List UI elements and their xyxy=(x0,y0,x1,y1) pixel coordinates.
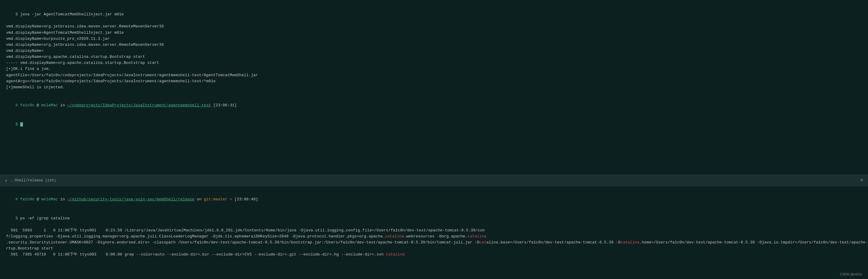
output-11: [+]memeShell is injected. xyxy=(6,84,862,91)
top-dollar: $ xyxy=(16,122,20,127)
line2-mid: .webresources -Dorg.apache. xyxy=(404,234,467,239)
terminal-bottom-panel: # fa1c0n @ moleMac in ~/github/security-… xyxy=(0,186,868,279)
pid-line-5: 501 7385 49710 0 11:08下午 ttys003 0:00.00… xyxy=(6,252,862,257)
bottom-prompt-branch: git:master xyxy=(204,197,227,202)
cursor-top xyxy=(20,122,23,127)
line3-cat2: catalina xyxy=(621,240,639,245)
line2-cat1: catalina xyxy=(385,234,404,239)
line3-home: .home=/Users/fa1c0n/dev-test/apache-tomc… xyxy=(640,240,868,245)
bottom-prompt-path: ~/github/security-tools/java-vuln-sec/me… xyxy=(67,197,194,202)
top-prompt-user: # fa1c0n xyxy=(16,103,34,108)
bottom-prompt-at: @ xyxy=(34,197,41,202)
bottom-prompt-x: ✕ xyxy=(227,197,232,202)
output-6: vmd.displayName=org.apache.catalina.star… xyxy=(6,54,862,60)
output-8: [+]OK.i find a jvm. xyxy=(6,66,862,72)
output-9: agentFile=/Users/fa1c0n/codeprojects/Ide… xyxy=(6,72,862,78)
prompt-dollar: $ xyxy=(16,12,20,16)
settings-icon[interactable]: ≡ xyxy=(860,178,863,183)
cmd-java: java -jar AgentTomcatMemShellInject.jar … xyxy=(20,12,124,16)
terminal-top-panel: $ java -jar AgentTomcatMemShellInject.ja… xyxy=(0,0,868,175)
close-icon[interactable]: ✕ xyxy=(5,178,7,183)
watermark: CSDN @m01e xyxy=(840,272,862,276)
top-prompt-host: moleMac xyxy=(41,103,58,108)
bottom-cmd: ps -ef |grep catalina xyxy=(20,216,70,220)
output-3: vmd.displayName=burpsuite_pro_v2020.11.3… xyxy=(6,36,862,42)
bottom-prompt-time: [23:08:48] xyxy=(232,197,258,202)
cmd-line-1: $ java -jar AgentTomcatMemShellInject.ja… xyxy=(6,5,862,24)
divider-tab-label[interactable]: ..Shell/release (zsh) xyxy=(10,178,56,183)
pid-line-2: f/logging.properties -Djava.util.logging… xyxy=(6,234,862,240)
line3-end: .base=/Users/fa1c0n/dev-test/apache-tomc… xyxy=(498,240,621,245)
top-prompt-line: # fa1c0n @ moleMac in ~/codeprojects/Ide… xyxy=(6,96,862,114)
blank-1 xyxy=(6,91,862,96)
line2-cat2: catalina xyxy=(467,234,486,239)
bottom-prompt-in: in xyxy=(58,197,67,202)
bottom-prompt-on: on xyxy=(194,197,204,202)
top-dollar-line: $ xyxy=(6,115,862,134)
line2-pre: f/logging.properties -Djava.util.logging… xyxy=(6,234,385,239)
pid-line-4: rtup.Bootstrap start xyxy=(6,246,862,252)
line3-pre: .security.SecurityListener.UMASK=0027 -D… xyxy=(6,240,479,245)
output-4: vmd.displayName=org.jetbrains.idea.maven… xyxy=(6,42,862,48)
line5-cat: catalina xyxy=(386,252,405,257)
top-prompt-at: @ xyxy=(34,103,41,108)
terminal-divider: ✕ ..Shell/release (zsh) ≡ xyxy=(0,175,868,186)
line3-alina: alina xyxy=(486,240,498,245)
bottom-prompt-line: # fa1c0n @ moleMac in ~/github/security-… xyxy=(6,190,862,209)
top-prompt-in: in xyxy=(58,103,67,108)
bottom-dollar: $ xyxy=(16,216,20,220)
output-7: ----- vmd.displayName=org.apache.catalin… xyxy=(6,60,862,66)
bottom-prompt-host: moleMac xyxy=(41,197,58,202)
line5-pre: 501 7385 49710 0 11:08下午 ttys003 0:00.00… xyxy=(6,252,386,257)
top-prompt-path: ~/codeprojects/IdeaProjects/JavaInstrume… xyxy=(67,103,211,108)
bottom-prompt-user: # fa1c0n xyxy=(16,197,34,202)
output-10: agentArgs=/Users/fa1c0n/codeprojects/Ide… xyxy=(6,78,862,84)
pid-line-3: .security.SecurityListener.UMASK=0027 -D… xyxy=(6,240,862,246)
pid-line-1: 501 5993 1 0 11:06下午 ttys001 0:23.58 /Li… xyxy=(6,228,862,234)
output-1: vmd.displayName=org.jetbrains.idea.maven… xyxy=(6,24,862,30)
top-prompt-time: [23:06:31] xyxy=(211,103,237,108)
line3-cat: cat xyxy=(479,240,486,245)
bottom-cmd-line: $ ps -ef |grep catalina xyxy=(6,209,862,227)
output-2: vmd.displayName=AgentTomcatMemShellInjec… xyxy=(6,30,862,36)
output-5: vmd.displayName= xyxy=(6,48,862,54)
